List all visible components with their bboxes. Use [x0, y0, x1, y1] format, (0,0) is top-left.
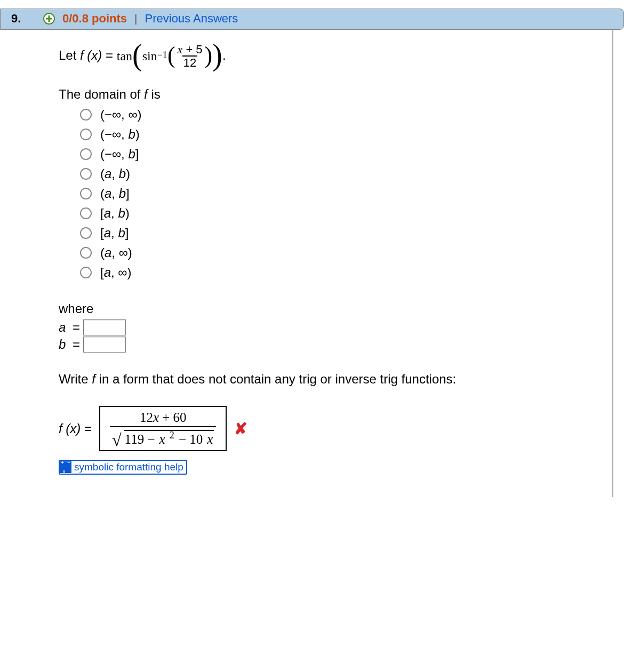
radio-icon[interactable]	[80, 188, 92, 199]
sin: sin	[142, 49, 157, 63]
help-label: symbolic formatting help	[71, 461, 186, 474]
answer-row: f (x) = 12x + 60 √ 119 − x2 − 10x ✘	[59, 406, 591, 451]
option-7[interactable]: [a, b]	[80, 226, 591, 241]
radio-icon[interactable]	[80, 109, 92, 121]
let-text: Let	[59, 48, 80, 62]
b-row: b =	[59, 337, 591, 353]
frac-den: 12	[182, 55, 197, 69]
option-1[interactable]: (−∞, ∞)	[80, 107, 591, 122]
plus-icon[interactable]	[43, 13, 55, 25]
option-5[interactable]: (a, b]	[80, 186, 591, 201]
answer-input[interactable]: 12x + 60 √ 119 − x2 − 10x	[99, 406, 227, 451]
option-label: [a, b)	[100, 206, 130, 221]
radio-icon[interactable]	[80, 247, 92, 259]
eq: =	[73, 337, 80, 352]
b-input[interactable]	[83, 337, 126, 353]
points-label: 0/0.8 points	[62, 12, 127, 26]
option-label: (−∞, ∞)	[100, 107, 142, 122]
math-ops-icon: −	[60, 461, 71, 473]
divider: |	[134, 12, 137, 25]
radio-icon[interactable]	[80, 207, 92, 219]
option-8[interactable]: (a, ∞)	[80, 245, 591, 260]
option-4[interactable]: (a, b)	[80, 166, 591, 181]
option-6[interactable]: [a, b)	[80, 206, 591, 221]
eq-sign: =	[102, 48, 116, 62]
incorrect-icon: ✘	[234, 419, 247, 438]
a-input[interactable]	[83, 319, 126, 335]
eq: =	[81, 421, 92, 436]
symbolic-help-button[interactable]: − symbolic formatting help	[59, 460, 187, 475]
fx-label: f (x)	[59, 421, 81, 436]
option-label: [a, b]	[100, 226, 129, 241]
eq: =	[73, 320, 80, 335]
option-2[interactable]: (−∞, b)	[80, 127, 591, 142]
radio-icon[interactable]	[80, 168, 92, 180]
radio-icon[interactable]	[80, 129, 92, 140]
a-label: a	[59, 320, 69, 335]
question-body: Let f (x) = tan ( sin −1 ( x + 5 12 ) ) …	[0, 30, 613, 497]
where-label: where	[59, 301, 591, 316]
radio-icon[interactable]	[80, 227, 92, 239]
radio-icon[interactable]	[80, 267, 92, 278]
option-label: (−∞, b]	[100, 147, 139, 162]
rewrite-prompt: Write f in a form that does not contain …	[59, 372, 591, 387]
option-9[interactable]: [a, ∞)	[80, 265, 591, 280]
previous-answers-link[interactable]: Previous Answers	[145, 12, 238, 26]
fraction: x + 5 12	[177, 44, 204, 69]
option-label: (−∞, b)	[100, 127, 140, 142]
where-block: where a = b =	[59, 301, 591, 353]
fx-label: f (x)	[80, 48, 102, 62]
option-label: (a, ∞)	[100, 245, 132, 260]
question-number: 9.	[11, 12, 36, 26]
period: .	[222, 48, 226, 62]
option-3[interactable]: (−∞, b]	[80, 147, 591, 162]
option-label: (a, b]	[100, 186, 130, 201]
formula: tan ( sin −1 ( x + 5 12 ) )	[117, 44, 222, 69]
domain-prompt: The domain of f is	[59, 87, 591, 102]
a-row: a =	[59, 319, 591, 335]
option-label: [a, ∞)	[100, 265, 131, 280]
question-header: 9. 0/0.8 points | Previous Answers	[0, 9, 624, 30]
problem-statement: Let f (x) = tan ( sin −1 ( x + 5 12 ) ) …	[59, 44, 591, 69]
inverse-exp: −1	[157, 50, 167, 61]
domain-options: (−∞, ∞) (−∞, b) (−∞, b] (a, b) (a, b] [a…	[80, 107, 591, 280]
option-label: (a, b)	[100, 166, 130, 181]
answer-fraction: 12x + 60 √ 119 − x2 − 10x	[110, 410, 216, 448]
sqrt-icon: √	[112, 430, 122, 450]
radio-icon[interactable]	[80, 148, 92, 160]
tan: tan	[117, 49, 132, 63]
b-label: b	[59, 337, 69, 352]
